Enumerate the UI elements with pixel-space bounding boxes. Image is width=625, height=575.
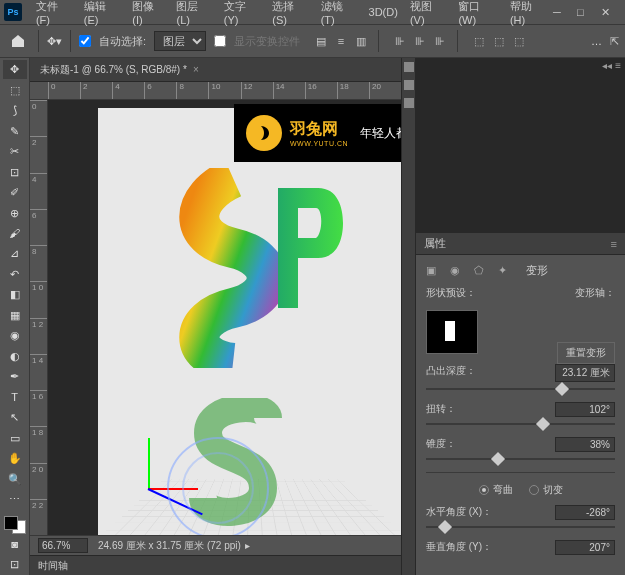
distribute-icon[interactable]: ⊪ (391, 32, 409, 50)
extrude-label: 凸出深度： (426, 364, 476, 382)
status-chevron-icon[interactable]: ▸ (245, 540, 250, 551)
type-tool[interactable]: T (3, 388, 27, 407)
menu-help[interactable]: 帮助(H) (504, 0, 553, 26)
3d-rotation-widget[interactable] (158, 428, 278, 535)
path-select-tool[interactable]: ↖ (3, 408, 27, 427)
home-button[interactable] (6, 29, 30, 53)
frame-tool[interactable]: ⊡ (3, 162, 27, 181)
distribute-icon[interactable]: ⊪ (431, 32, 449, 50)
menu-image[interactable]: 图像(I) (126, 0, 170, 26)
menu-file[interactable]: 文件(F) (30, 0, 78, 26)
shear-radio[interactable]: 切变 (529, 483, 563, 497)
tab-close-icon[interactable]: × (193, 64, 199, 75)
twist-slider[interactable] (426, 423, 615, 425)
menu-select[interactable]: 选择(S) (266, 0, 314, 26)
h-angle-value-input[interactable]: -268° (555, 505, 615, 520)
deform-axis-label: 变形轴： (575, 286, 615, 300)
menu-edit[interactable]: 编辑(E) (78, 0, 126, 26)
panel-title: 属性 (424, 236, 446, 251)
3d-mode-icon[interactable]: ⬚ (470, 32, 488, 50)
document-tab[interactable]: 未标题-1 @ 66.7% (S, RGB/8#) * × (30, 58, 209, 81)
screenmode-tool[interactable]: ⊡ (3, 555, 27, 574)
menu-3d[interactable]: 3D(D) (363, 6, 404, 18)
taper-label: 锥度： (426, 437, 456, 452)
shape-preset-label: 形状预设： (426, 286, 476, 300)
move-tool[interactable]: ✥ (3, 60, 27, 79)
menu-type[interactable]: 文字(Y) (218, 0, 266, 26)
document-tab-title: 未标题-1 @ 66.7% (S, RGB/8#) * (40, 63, 187, 77)
crop-tool[interactable]: ✂ (3, 142, 27, 161)
panel-icon[interactable] (404, 80, 414, 90)
edit-toolbar[interactable]: ⋯ (3, 490, 27, 509)
gradient-tool[interactable]: ▦ (3, 306, 27, 325)
zoom-input[interactable] (38, 538, 88, 553)
quickmask-tool[interactable]: ◙ (3, 534, 27, 553)
shape-preset-picker[interactable] (426, 310, 478, 354)
menu-view[interactable]: 视图(V) (404, 0, 452, 26)
close-icon[interactable]: ✕ (601, 6, 613, 18)
ps-logo-icon: Ps (4, 3, 22, 21)
maximize-icon[interactable]: □ (577, 6, 589, 18)
eraser-tool[interactable]: ◧ (3, 285, 27, 304)
stamp-tool[interactable]: ⊿ (3, 244, 27, 263)
deform-icon[interactable]: ◉ (450, 264, 464, 278)
cap-icon[interactable]: ⬠ (474, 264, 488, 278)
show-transform-label: 显示变换控件 (234, 34, 300, 49)
align-center-icon[interactable]: ≡ (332, 32, 350, 50)
auto-select-checkbox[interactable] (79, 35, 91, 47)
auto-select-target[interactable]: 图层 (154, 31, 206, 51)
hand-tool[interactable]: ✋ (3, 449, 27, 468)
lasso-tool[interactable]: ⟆ (3, 101, 27, 120)
zoom-tool[interactable]: 🔍 (3, 469, 27, 488)
bend-radio[interactable]: 弯曲 (479, 483, 513, 497)
coords-icon[interactable]: ✦ (498, 264, 512, 278)
taper-value-input[interactable]: 38% (555, 437, 615, 452)
extrude-slider[interactable] (426, 388, 615, 390)
quick-select-tool[interactable]: ✎ (3, 121, 27, 140)
panel-header[interactable]: 属性 ≡ (416, 233, 625, 255)
3d-mode-icon[interactable]: ⬚ (490, 32, 508, 50)
watermark-banner: 羽兔网 WWW.YUTU.CN 年轻人都在用的自学设计平台 (234, 104, 401, 162)
brush-tool[interactable]: 🖌 (3, 224, 27, 243)
window-controls: ─ □ ✕ (553, 6, 621, 18)
shape-tool[interactable]: ▭ (3, 428, 27, 447)
twist-value-input[interactable]: 102° (555, 402, 615, 417)
eyedropper-tool[interactable]: ✐ (3, 183, 27, 202)
history-brush-tool[interactable]: ↶ (3, 265, 27, 284)
align-left-icon[interactable]: ▤ (312, 32, 330, 50)
color-swatches[interactable] (4, 516, 26, 534)
foreground-swatch[interactable] (4, 516, 18, 530)
dodge-tool[interactable]: ◐ (3, 347, 27, 366)
menu-window[interactable]: 窗口(W) (452, 0, 504, 26)
distribute-icon[interactable]: ⊪ (411, 32, 429, 50)
mesh-icon[interactable]: ▣ (426, 264, 440, 278)
align-right-icon[interactable]: ▥ (352, 32, 370, 50)
share-icon[interactable]: ⇱ (610, 35, 619, 48)
document-tabs: 未标题-1 @ 66.7% (S, RGB/8#) * × (30, 58, 401, 82)
h-angle-slider[interactable] (426, 526, 615, 528)
3d-letter-p[interactable] (268, 178, 348, 318)
healing-tool[interactable]: ⊕ (3, 203, 27, 222)
panel-menu-icon[interactable]: ≡ (611, 238, 617, 250)
reset-deform-button[interactable]: 重置变形 (557, 342, 615, 364)
panel-collapse-icon[interactable]: ◂◂ ≡ (602, 60, 621, 71)
panel-icon[interactable] (404, 98, 414, 108)
pen-tool[interactable]: ✒ (3, 367, 27, 386)
menu-filter[interactable]: 滤镜(T) (315, 0, 363, 26)
timeline-panel-tab[interactable]: 时间轴 (30, 555, 401, 575)
svg-point-1 (183, 453, 253, 523)
panel-icon[interactable] (404, 62, 414, 72)
show-transform-checkbox[interactable] (214, 35, 226, 47)
3d-mode-icon[interactable]: ⬚ (510, 32, 528, 50)
minimize-icon[interactable]: ─ (553, 6, 565, 18)
more-options-icon[interactable]: … (591, 35, 602, 47)
marquee-tool[interactable]: ⬚ (3, 80, 27, 99)
blur-tool[interactable]: ◉ (3, 326, 27, 345)
taper-slider[interactable] (426, 458, 615, 460)
v-angle-value-input[interactable]: 207° (555, 540, 615, 555)
ruler-horizontal: 0 2 4 6 8 10 12 14 16 18 20 (30, 82, 401, 100)
canvas[interactable]: 羽兔网 WWW.YUTU.CN 年轻人都在用的自学设计平台 (48, 100, 401, 535)
extrude-value-input[interactable]: 23.12 厘米 (555, 364, 615, 382)
menu-layer[interactable]: 图层(L) (170, 0, 217, 26)
h-angle-label: 水平角度 (X)： (426, 505, 492, 520)
